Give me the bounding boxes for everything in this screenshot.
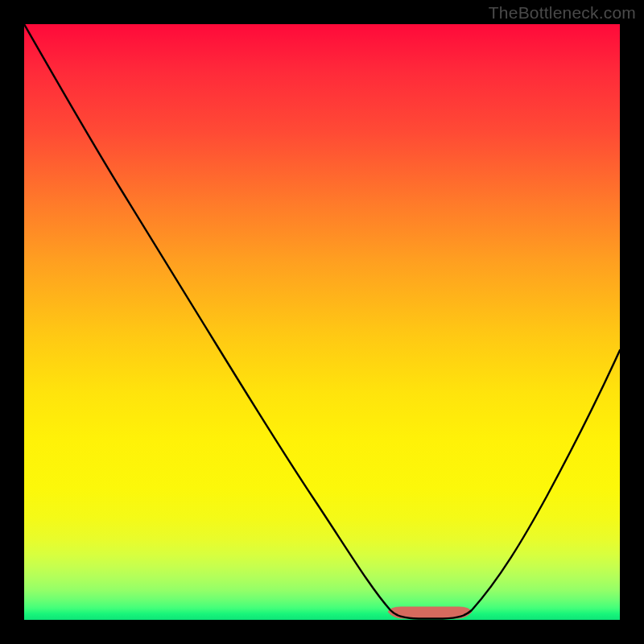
watermark-text: TheBottleneck.com	[489, 3, 636, 23]
curve-layer	[24, 24, 620, 620]
plot-area	[24, 24, 620, 620]
chart-frame: TheBottleneck.com	[0, 0, 644, 644]
bottleneck-curve	[24, 24, 620, 619]
